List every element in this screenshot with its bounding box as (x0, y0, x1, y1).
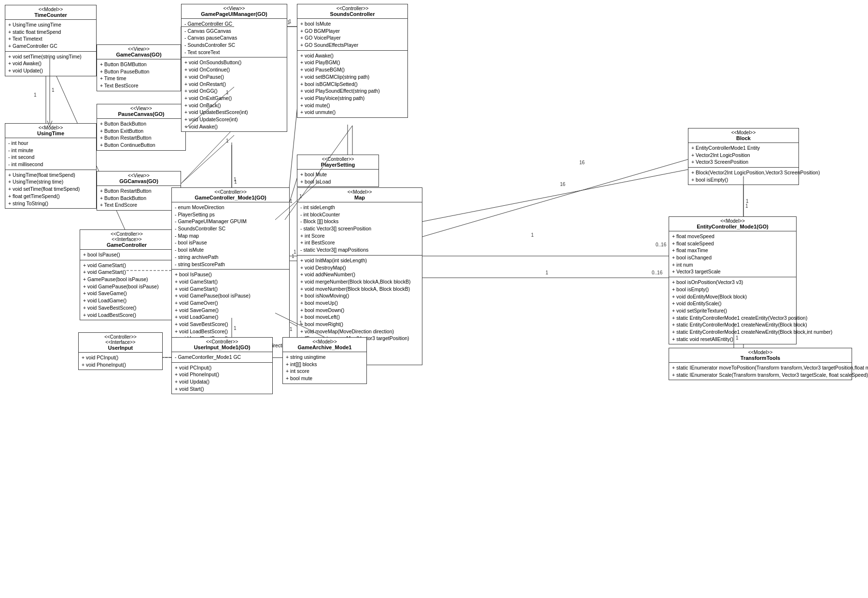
stereotype-gamePageUIManager: <<View>> (184, 6, 284, 11)
section-entityControllerMode1-fields: + float moveSpeed + float scaleSpeed + f… (669, 231, 796, 277)
svg-line-52 (422, 159, 688, 237)
header-ggCanvas: <<View>> GGCanvas(GO) (97, 171, 181, 186)
section-usingTime-fields: - int hour - int minute - int second - i… (5, 138, 96, 170)
classname-userInputMode1: UserInput_Mode1(GO) (175, 344, 269, 350)
box-playerSetting: <<Controller>> PlayerSetting + bool Mute… (297, 155, 379, 187)
header-userInputMode1: <<Controller>> UserInput_Mode1(GO) (172, 338, 272, 352)
header-playerSetting: <<Controller>> PlayerSetting (297, 155, 378, 170)
svg-text:1: 1 (287, 20, 290, 25)
svg-text:0..16: 0..16 (652, 270, 663, 275)
stereotype-soundsController: <<Controller>> (300, 6, 405, 11)
svg-text:1: 1 (290, 199, 293, 204)
stereotype-usingTime: <<Model>> (8, 125, 93, 130)
classname-ggCanvas: GGCanvas(GO) (100, 178, 178, 184)
header-usingTime: <<Model>> UsingTime (5, 124, 96, 138)
section-userInputMode1-methods: + void PCInput() + void PhoneInput() + v… (172, 363, 272, 394)
header-pauseCanvas: <<View>> PauseCanvas(GO) (97, 104, 185, 119)
svg-text:1: 1 (546, 270, 548, 275)
svg-text:16: 16 (560, 182, 566, 187)
section-entityControllerMode1-methods: + bool isOnPosition(Vector3 v3) + bool i… (669, 277, 796, 344)
section-timeCounter-methods: + void setTime(string usingTime) + void … (5, 52, 96, 76)
stereotype-userInput: <<Controller>> (82, 334, 159, 340)
section-usingTime-methods: + UsingTime(float timeSpend) + UsingTime… (5, 170, 96, 208)
box-gameController: <<Controller>> <<Interface>> GameControl… (80, 229, 174, 320)
svg-text:1: 1 (745, 203, 748, 209)
stereotype-gameCanvas: <<View>> (100, 46, 178, 52)
stereotype-pauseCanvas: <<View>> (100, 106, 182, 111)
section-gameCanvas-fields: + Button BGMButton + Button PauseButton … (97, 59, 181, 91)
box-transformTools: <<Model>> TransformTools + static IEnume… (669, 348, 852, 380)
box-gameArchiveMode1: <<Model>> GameArchive_Mode1 + string usi… (282, 337, 367, 384)
stereotype-ggCanvas: <<View>> (100, 173, 178, 178)
box-gamePageUIManager: <<View>> GamePageUIManager(GO) - GameCon… (181, 4, 287, 132)
classname-gameControllerMode1: GameController_Mode1(GO) (175, 195, 286, 200)
svg-text:1: 1 (746, 199, 749, 204)
stereotype-block: <<Model>> (691, 130, 796, 135)
svg-line-7 (181, 130, 232, 184)
classname-transformTools: TransformTools (672, 355, 849, 361)
section-transformTools-methods: + static IEnumerator moveToPosition(Tran… (669, 363, 852, 380)
classname-gamePageUIManager: GamePageUIManager(GO) (184, 11, 284, 17)
header-gameControllerMode1: <<Controller>> GameController_Mode1(GO) (172, 188, 289, 202)
svg-line-18 (419, 169, 690, 222)
section-pauseCanvas-fields: + Button BackButton + Button ExitButton … (97, 119, 185, 150)
stereotype-userInput2: <<Interface>> (82, 340, 159, 345)
svg-text:1: 1 (289, 19, 292, 24)
box-gameCanvas: <<View>> GameCanvas(GO) + Button BGMButt… (97, 44, 181, 91)
section-gameArchiveMode1-fields: + string usingtime + int[][] blocks + in… (283, 352, 366, 384)
box-userInputMode1: <<Controller>> UserInput_Mode1(GO) - Gam… (171, 337, 273, 394)
box-ggCanvas: <<View>> GGCanvas(GO) + Button RestartBu… (97, 171, 181, 211)
svg-line-40 (181, 135, 234, 184)
header-entityControllerMode1: <<Model>> EntityController_Mode1(GO) (669, 217, 796, 231)
section-gameController-methods: + void GameStart() + void GameStart() + … (80, 260, 173, 320)
svg-text:1: 1 (226, 138, 229, 143)
header-map: <<Model>> Map (297, 188, 422, 202)
stereotype-map: <<Model>> (300, 189, 419, 195)
stereotype-gameControllerMode1: <<Controller>> (175, 189, 286, 195)
svg-text:1: 1 (34, 92, 37, 98)
header-gameCanvas: <<View>> GameCanvas(GO) (97, 45, 181, 59)
section-ggCanvas-fields: + Button RestartButton + Button BackButt… (97, 186, 181, 210)
section-map-fields: - int sideLength - int blockCounter - Bl… (297, 202, 422, 256)
classname-gameCanvas: GameCanvas(GO) (100, 52, 178, 57)
svg-text:1: 1 (292, 254, 294, 259)
stereotype-gameArchiveMode1: <<Model>> (286, 339, 364, 344)
classname-usingTime: UsingTime (8, 130, 93, 136)
svg-text:1: 1 (234, 177, 237, 182)
classname-soundsController: SoundsController (300, 11, 405, 17)
svg-text:1: 1 (52, 87, 55, 93)
classname-gameArchiveMode1: GameArchive_Mode1 (286, 344, 364, 350)
header-gameController: <<Controller>> <<Interface>> GameControl… (80, 230, 173, 250)
box-entityControllerMode1: <<Model>> EntityController_Mode1(GO) + f… (669, 216, 797, 344)
box-pauseCanvas: <<View>> PauseCanvas(GO) + Button BackBu… (97, 104, 186, 151)
stereotype-gameController2: <<Interface>> (83, 237, 170, 242)
section-block-methods: + Block(Vector2Int LogicPosition,Vector3… (688, 168, 798, 185)
classname-entityControllerMode1: EntityController_Mode1(GO) (672, 224, 793, 229)
stereotype-transformTools: <<Model>> (672, 350, 849, 355)
stereotype-entityControllerMode1: <<Model>> (672, 218, 793, 224)
section-gameControllerMode1-fields: - enum MoveDirection - PlayerSetting ps … (172, 202, 289, 270)
box-timeCounter: <<Model>> TimeCounter + UsingTime usingT… (5, 5, 97, 76)
diagram-container: 1 1 1 1 1 16 1 (0, 0, 868, 598)
stereotype-userInputMode1: <<Controller>> (175, 339, 269, 344)
header-userInput: <<Controller>> <<Interface>> UserInput (79, 333, 162, 353)
classname-map: Map (300, 195, 419, 200)
section-timeCounter-fields: + UsingTime usingTime + static float tim… (5, 20, 96, 52)
stereotype-playerSetting: <<Controller>> (300, 157, 376, 162)
header-gamePageUIManager: <<View>> GamePageUIManager(GO) (182, 4, 287, 19)
classname-timeCounter: TimeCounter (8, 12, 93, 18)
box-gameControllerMode1: <<Controller>> GameController_Mode1(GO) … (171, 187, 290, 358)
section-gamePageUIManager-methods: + void OnSoundsButton() + void OnContinu… (182, 57, 287, 131)
stereotype-gameController: <<Controller>> (83, 231, 170, 237)
svg-text:1: 1 (294, 249, 296, 255)
section-soundsController-methods: + void Awake() + void PlayBGM() + void P… (297, 51, 407, 117)
classname-playerSetting: PlayerSetting (300, 162, 376, 168)
section-userInput-methods: + void PCInput() + void PhoneInput() (79, 353, 162, 370)
header-soundsController: <<Controller>> SoundsController (297, 4, 407, 19)
svg-text:1: 1 (234, 179, 237, 185)
box-block: <<Model>> Block + EntityControllerMode1 … (688, 128, 799, 185)
section-block-fields: + EntityControllerMode1 Entity + Vector2… (688, 143, 798, 168)
section-soundsController-fields: + bool IsMute + GO BGMPlayer + GO VoiceP… (297, 19, 407, 51)
section-gameController-fields: + bool IsPause() (80, 250, 173, 260)
header-transformTools: <<Model>> TransformTools (669, 348, 852, 363)
